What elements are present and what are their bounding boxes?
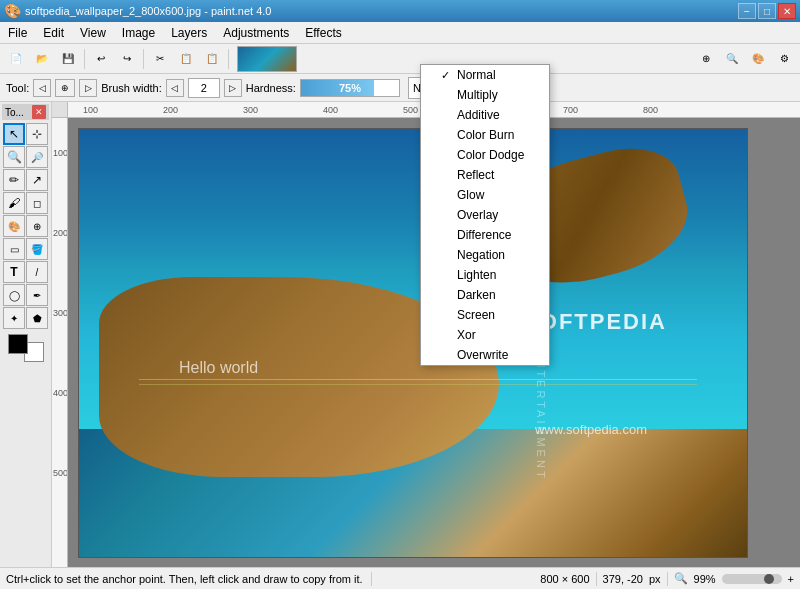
- color-area: [8, 334, 44, 362]
- zoom-thumb: [764, 574, 774, 584]
- zoom-slider[interactable]: [722, 574, 782, 584]
- blend-lighten-label: Lighten: [457, 268, 496, 282]
- status-hint: Ctrl+click to set the anchor point. Then…: [6, 573, 363, 585]
- tool-eraser[interactable]: ◻: [26, 192, 48, 214]
- tool-row-6: ▭ 🪣: [3, 238, 48, 260]
- tool-line[interactable]: /: [26, 261, 48, 283]
- new-button[interactable]: 📄: [4, 47, 28, 71]
- tool-zoom[interactable]: 🔍: [3, 146, 25, 168]
- titlebar-controls[interactable]: − □ ✕: [738, 3, 796, 19]
- menu-file[interactable]: File: [0, 22, 35, 43]
- undo-button[interactable]: ↩: [89, 47, 113, 71]
- menu-edit[interactable]: Edit: [35, 22, 72, 43]
- tool-row-9: ✦ ⬟: [3, 307, 48, 329]
- hardness-bar[interactable]: 75%: [300, 79, 400, 97]
- color-button[interactable]: 🎨: [746, 47, 770, 71]
- toolbar-separator-3: [228, 49, 229, 69]
- tool-options-bar: Tool: ◁ ⊕ ▷ Brush width: ◁ 2 ▷ Hardness:…: [0, 74, 800, 102]
- blend-xor[interactable]: Xor: [421, 325, 549, 345]
- ruler-h-300: 300: [243, 105, 258, 115]
- brush-width-dec-button[interactable]: ◁: [166, 79, 184, 97]
- menu-view[interactable]: View: [72, 22, 114, 43]
- blend-reflect-label: Reflect: [457, 168, 494, 182]
- ruler-h-800: 800: [643, 105, 658, 115]
- tool-label: Tool:: [6, 82, 29, 94]
- blend-screen[interactable]: Screen: [421, 305, 549, 325]
- tool-recolor[interactable]: 🎨: [3, 215, 25, 237]
- ruler-v-500: 500: [53, 468, 68, 478]
- window-title: softpedia_wallpaper_2_800x600.jpg - pain…: [25, 5, 271, 17]
- menu-adjustments[interactable]: Adjustments: [215, 22, 297, 43]
- tool-select-lasso[interactable]: ⬟: [26, 307, 48, 329]
- toolbar: 📄 📂 💾 ↩ ↪ ✂ 📋 📋 ⊕ 🔍 🎨 ⚙: [0, 44, 800, 74]
- tool-freeform[interactable]: ✒: [26, 284, 48, 306]
- zoom-fit-button[interactable]: ⊕: [694, 47, 718, 71]
- titlebar: 🎨 softpedia_wallpaper_2_800x600.jpg - pa…: [0, 0, 800, 22]
- save-button[interactable]: 💾: [56, 47, 80, 71]
- menu-image[interactable]: Image: [114, 22, 163, 43]
- blend-overlay[interactable]: Overlay: [421, 205, 549, 225]
- blend-lighten[interactable]: Lighten: [421, 265, 549, 285]
- brush-width-inc-button[interactable]: ▷: [224, 79, 242, 97]
- blend-mode-menu: ✓ Normal Multiply Additive Color Burn Co…: [420, 64, 550, 366]
- tool-type-button[interactable]: ⊕: [55, 79, 75, 97]
- blend-xor-label: Xor: [457, 328, 476, 342]
- blend-glow-label: Glow: [457, 188, 484, 202]
- brush-width-input[interactable]: 2: [188, 78, 220, 98]
- statusbar: Ctrl+click to set the anchor point. Then…: [0, 567, 800, 589]
- minimize-button[interactable]: −: [738, 3, 756, 19]
- blend-multiply[interactable]: Multiply: [421, 85, 549, 105]
- tool-clone[interactable]: ⊕: [26, 215, 48, 237]
- paste-button[interactable]: 📋: [200, 47, 224, 71]
- status-separator-3: [667, 572, 668, 586]
- canvas-dimensions: 800 × 600: [540, 573, 589, 585]
- tool-arrow[interactable]: ↗: [26, 169, 48, 191]
- canvas-www-text: www.softpedia.com: [535, 422, 647, 437]
- blend-color-burn[interactable]: Color Burn: [421, 125, 549, 145]
- tool-zoom-out[interactable]: 🔎: [26, 146, 48, 168]
- tool-prev-button[interactable]: ◁: [33, 79, 51, 97]
- blend-negation[interactable]: Negation: [421, 245, 549, 265]
- blend-darken[interactable]: Darken: [421, 285, 549, 305]
- settings-button[interactable]: ⚙: [772, 47, 796, 71]
- tool-select-rect[interactable]: ⊹: [26, 123, 48, 145]
- toolbox-header: To... ✕: [2, 104, 49, 120]
- tool-pencil[interactable]: ✏: [3, 169, 25, 191]
- blend-normal[interactable]: ✓ Normal: [421, 65, 549, 85]
- toolbox-title: To...: [5, 107, 24, 118]
- cut-button[interactable]: ✂: [148, 47, 172, 71]
- blend-overwrite-label: Overwrite: [457, 348, 508, 362]
- tool-move[interactable]: ↖: [3, 123, 25, 145]
- toolbox-close-button[interactable]: ✕: [32, 105, 46, 119]
- zoom-in-icon[interactable]: +: [788, 573, 794, 585]
- blend-overwrite[interactable]: Overwrite: [421, 345, 549, 365]
- tool-brush[interactable]: 🖌: [3, 192, 25, 214]
- tool-magic-wand[interactable]: ✦: [3, 307, 25, 329]
- ruler-h-700: 700: [563, 105, 578, 115]
- foreground-color-swatch[interactable]: [8, 334, 28, 354]
- app-icon: 🎨: [4, 3, 21, 19]
- canvas[interactable]: Hello world SOFTPEDIA www.softpedia.com …: [78, 128, 748, 558]
- menubar: File Edit View Image Layers Adjustments …: [0, 22, 800, 44]
- menu-layers[interactable]: Layers: [163, 22, 215, 43]
- blend-reflect[interactable]: Reflect: [421, 165, 549, 185]
- zoom-100-button[interactable]: 🔍: [720, 47, 744, 71]
- menu-effects[interactable]: Effects: [297, 22, 349, 43]
- tool-text[interactable]: T: [3, 261, 25, 283]
- redo-button[interactable]: ↪: [115, 47, 139, 71]
- blend-difference[interactable]: Difference: [421, 225, 549, 245]
- canvas-line: [139, 379, 697, 380]
- blend-color-dodge[interactable]: Color Dodge: [421, 145, 549, 165]
- open-button[interactable]: 📂: [30, 47, 54, 71]
- maximize-button[interactable]: □: [758, 3, 776, 19]
- blend-glow[interactable]: Glow: [421, 185, 549, 205]
- blend-additive[interactable]: Additive: [421, 105, 549, 125]
- close-button[interactable]: ✕: [778, 3, 796, 19]
- tool-next-button[interactable]: ▷: [79, 79, 97, 97]
- tool-gradient[interactable]: ▭: [3, 238, 25, 260]
- tool-paint-bucket[interactable]: 🪣: [26, 238, 48, 260]
- blend-screen-label: Screen: [457, 308, 495, 322]
- copy-button[interactable]: 📋: [174, 47, 198, 71]
- tool-shapes[interactable]: ◯: [3, 284, 25, 306]
- brush-width-label: Brush width:: [101, 82, 162, 94]
